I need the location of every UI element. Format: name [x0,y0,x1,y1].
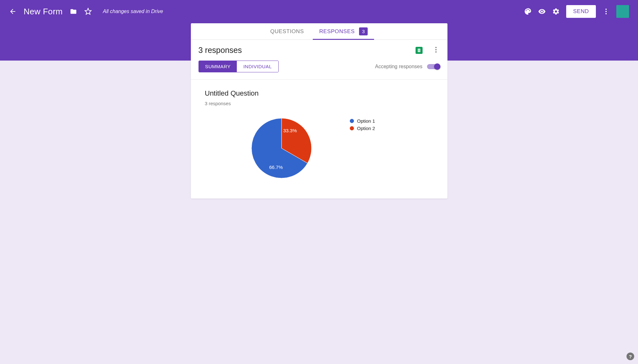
theme-palette-icon[interactable] [524,8,532,15]
accepting-responses-label: Accepting responses [375,64,423,69]
settings-gear-icon[interactable] [552,8,560,15]
view-toggle-row: SUMMARY INDIVIDUAL Accepting responses [199,61,440,72]
responses-header-section: 3 responses SUMMARY INDIVIDUAL Accepting… [191,40,447,80]
account-avatar[interactable] [616,5,629,18]
pie-slice-label-option-1: 66.7% [269,164,283,170]
responses-count-badge: 3 [359,27,368,35]
pie-chart: 33.3% 66.7% [251,118,311,179]
star-icon[interactable] [84,8,92,15]
send-button[interactable]: SEND [566,5,596,18]
summary-toggle-button[interactable]: SUMMARY [199,61,237,72]
accepting-responses-switch[interactable] [427,64,440,69]
header-toolbar: New Form All changes saved in Drive SEND [9,4,629,19]
responses-heading: 3 responses [199,46,416,55]
save-status-text: All changes saved in Drive [103,9,163,14]
question-response-count: 3 responses [205,101,433,106]
svg-point-3 [435,47,437,48]
question-section: Untitled Question 3 responses 33.3% 66.7… [191,80,447,199]
svg-point-0 [605,9,607,10]
legend-swatch-icon [350,126,354,130]
tab-responses-label: RESPONSES [319,28,355,35]
view-toggle-group: SUMMARY INDIVIDUAL [199,61,279,72]
header-left-group: New Form All changes saved in Drive [9,7,163,17]
help-icon[interactable]: ? [627,353,634,360]
legend-label: Option 2 [357,126,375,131]
more-vert-icon[interactable] [602,8,610,15]
responses-more-vert-icon[interactable] [432,46,440,55]
tab-responses[interactable]: RESPONSES 3 [319,23,368,40]
chart-row: 33.3% 66.7% Option 1 Option 2 [205,118,433,179]
header-right-group: SEND [524,5,629,18]
legend-label: Option 1 [357,118,375,124]
svg-point-4 [435,49,437,50]
question-title: Untitled Question [205,89,433,98]
tab-questions[interactable]: QUESTIONS [270,23,304,40]
tab-bar: QUESTIONS RESPONSES 3 [191,23,447,40]
legend-item-option-1: Option 1 [350,118,375,124]
svg-point-1 [605,11,607,12]
svg-point-2 [605,13,607,14]
svg-point-5 [435,51,437,53]
responses-header-top: 3 responses [199,46,440,55]
legend-item-option-2: Option 2 [350,126,375,131]
folder-icon[interactable] [70,8,77,15]
main-card: QUESTIONS RESPONSES 3 3 responses SUMMAR… [191,23,447,199]
chart-legend: Option 1 Option 2 [350,118,375,179]
back-arrow-icon[interactable] [9,8,17,15]
legend-swatch-icon [350,119,354,123]
individual-toggle-button[interactable]: INDIVIDUAL [237,61,278,72]
accepting-responses-control: Accepting responses [375,64,440,69]
switch-thumb [434,63,440,70]
sheets-export-icon[interactable] [416,47,423,54]
form-title[interactable]: New Form [24,7,63,17]
preview-eye-icon[interactable] [538,8,546,15]
pie-slice-label-option-2: 33.3% [283,128,297,133]
